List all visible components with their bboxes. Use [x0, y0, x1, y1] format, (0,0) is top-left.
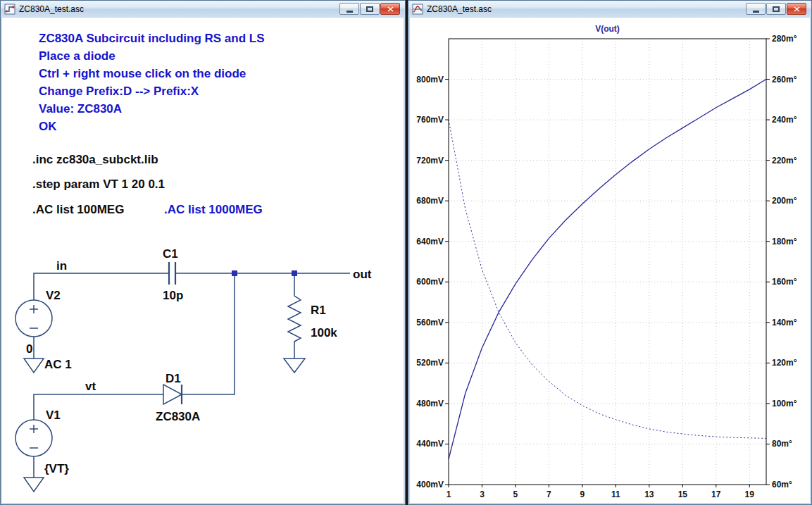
caption-buttons	[339, 3, 401, 15]
minimize-icon	[346, 11, 353, 13]
caption-buttons	[746, 3, 808, 15]
schematic-window: ZC830A_test.asc ZC830A Subcircuit includ…	[0, 0, 406, 505]
label-v1-value[interactable]: {VT}	[44, 462, 69, 475]
ground-symbol[interactable]	[24, 478, 44, 492]
label-v2-value2[interactable]: AC 1	[44, 358, 72, 371]
label-v2-name[interactable]: V2	[46, 289, 61, 302]
x-axis-tick-label: 15	[678, 490, 688, 499]
ground-symbol[interactable]	[24, 359, 44, 373]
x-axis-tick-label: 19	[745, 490, 755, 499]
x-axis-tick-label: 1	[446, 490, 451, 499]
close-button[interactable]	[380, 3, 400, 15]
trace-magnitude[interactable]	[449, 80, 766, 460]
right-axis-tick-label: 160m°	[772, 277, 797, 287]
minimize-button[interactable]	[339, 3, 359, 15]
label-c1-name[interactable]: C1	[163, 247, 178, 261]
maximize-icon	[773, 6, 780, 12]
close-icon	[794, 6, 800, 12]
left-axis-tick-label: 800mV	[416, 75, 444, 85]
wire-junction	[232, 270, 237, 276]
schematic-window-titlebar[interactable]: ZC830A_test.asc	[1, 1, 405, 17]
right-axis-tick-label: 60m°	[772, 480, 792, 490]
component-v2[interactable]	[15, 300, 52, 359]
left-axis-tick-label: 640mV	[416, 237, 444, 247]
ground-symbol[interactable]	[284, 359, 305, 373]
label-r1-value[interactable]: 100k	[311, 326, 337, 339]
wire[interactable]	[182, 273, 235, 394]
trace-phase[interactable]	[449, 120, 766, 438]
x-axis-tick-label: 7	[546, 490, 551, 499]
right-axis-tick-label: 200m°	[772, 196, 797, 206]
close-button[interactable]	[787, 3, 806, 15]
schematic-file-icon	[4, 4, 15, 15]
component-d1[interactable]	[163, 385, 182, 404]
left-axis-tick-label: 400mV	[416, 480, 444, 490]
waveform-plot: 400mV440mV480mV520mV560mV600mV640mV680mV…	[410, 18, 810, 503]
right-axis-tick-label: 280m°	[772, 34, 797, 44]
maximize-icon	[366, 6, 373, 12]
x-axis-tick-label: 11	[611, 490, 620, 499]
net-label-vt[interactable]: vt	[85, 380, 96, 393]
waveform-window-titlebar[interactable]: ZC830A_test.asc	[408, 1, 811, 17]
right-axis-tick-label: 140m°	[772, 318, 797, 328]
net-label-in[interactable]: in	[56, 259, 67, 273]
left-axis-tick-label: 680mV	[416, 196, 444, 206]
window-title: ZC830A_test.asc	[427, 4, 492, 14]
left-axis-tick-label: 480mV	[416, 399, 444, 409]
waveform-window: ZC830A_test.asc V(out) 400mV440mV480mV52…	[408, 0, 812, 505]
right-axis-tick-label: 240m°	[772, 115, 797, 125]
waveform-canvas[interactable]: V(out) 400mV440mV480mV520mV560mV600mV640…	[410, 18, 810, 503]
x-axis-tick-label: 5	[513, 490, 518, 499]
right-axis-tick-label: 80m°	[772, 439, 792, 449]
net-label-out[interactable]: out	[353, 268, 372, 281]
label-r1-name[interactable]: R1	[311, 304, 326, 317]
component-c1[interactable]	[169, 262, 175, 285]
x-axis-tick-label: 9	[580, 490, 585, 499]
right-axis-tick-label: 260m°	[772, 75, 797, 85]
window-title: ZC830A_test.asc	[19, 4, 84, 14]
right-axis-tick-label: 100m°	[772, 399, 797, 409]
right-axis-tick-label: 220m°	[772, 156, 797, 166]
waveform-file-icon	[412, 4, 423, 15]
minimize-button[interactable]	[746, 3, 766, 15]
maximize-button[interactable]	[360, 3, 380, 15]
wire-junction	[292, 270, 297, 276]
schematic-drawing: in out vt C1 10p V2 0 AC 1 R1 100k D1 ZC…	[2, 18, 404, 503]
left-axis-tick-label: 720mV	[416, 156, 444, 166]
label-v1-name[interactable]: V1	[46, 409, 61, 422]
right-axis-tick-label: 120m°	[772, 358, 797, 368]
label-v2-value[interactable]: 0	[26, 342, 32, 356]
left-axis-tick-label: 600mV	[416, 277, 444, 287]
x-axis-tick-label: 17	[711, 490, 721, 499]
x-axis-tick-label: 13	[644, 490, 654, 499]
schematic-canvas[interactable]: ZC830A Subcircuit including RS and LS Pl…	[2, 18, 404, 503]
close-icon	[387, 6, 394, 12]
maximize-button[interactable]	[766, 3, 786, 15]
right-axis-tick-label: 180m°	[772, 237, 797, 247]
label-c1-value[interactable]: 10p	[163, 289, 183, 302]
left-axis-tick-label: 760mV	[416, 115, 444, 125]
plot-border	[449, 39, 766, 485]
minimize-icon	[753, 11, 759, 13]
x-axis-tick-label: 3	[480, 490, 485, 499]
label-d1-value[interactable]: ZC830A	[156, 410, 200, 423]
label-d1-name[interactable]: D1	[165, 372, 181, 385]
left-axis-tick-label: 440mV	[416, 439, 444, 449]
left-axis-tick-label: 560mV	[416, 318, 444, 328]
left-axis-tick-label: 520mV	[416, 358, 444, 368]
component-r1[interactable]	[288, 273, 301, 359]
